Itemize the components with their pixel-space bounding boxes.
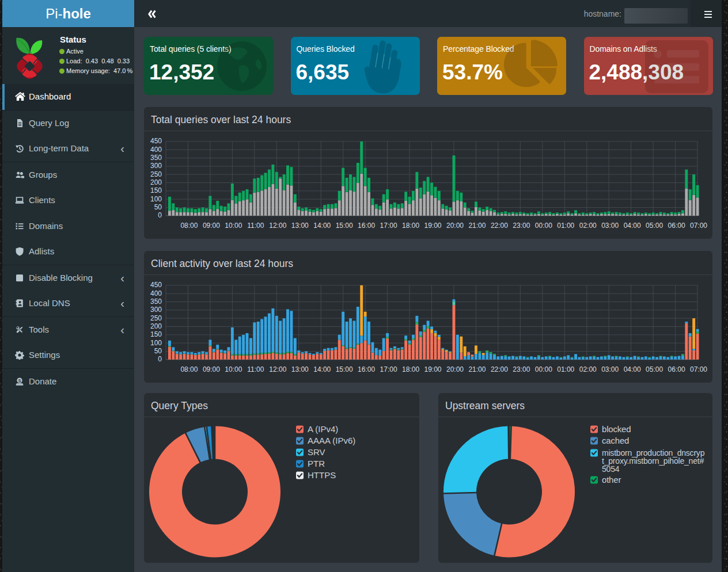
svg-text:05:00: 05:00	[646, 365, 663, 373]
svg-text:250: 250	[150, 314, 162, 322]
svg-text:450: 450	[150, 137, 162, 145]
svg-text:23:00: 23:00	[513, 222, 530, 230]
svg-text:01:00: 01:00	[557, 365, 574, 373]
svg-text:350: 350	[150, 298, 162, 306]
svg-text:PTR: PTR	[308, 459, 325, 468]
svg-text:350: 350	[150, 154, 162, 162]
svg-text:18:00: 18:00	[402, 365, 419, 373]
svg-text:10:00: 10:00	[225, 365, 242, 373]
svg-text:21:00: 21:00	[468, 222, 486, 230]
svg-text:21:00: 21:00	[468, 365, 486, 373]
svg-text:20:00: 20:00	[446, 222, 464, 230]
svg-text:06:00: 06:00	[668, 365, 685, 373]
svg-text:13:00: 13:00	[291, 365, 309, 373]
svg-text:15:00: 15:00	[336, 222, 353, 230]
svg-text:06:00: 06:00	[668, 222, 685, 230]
svg-text:15:00: 15:00	[336, 365, 353, 373]
svg-text:22:00: 22:00	[491, 222, 508, 230]
svg-text:00:00: 00:00	[535, 222, 552, 230]
svg-text:01:00: 01:00	[557, 222, 574, 230]
svg-text:450: 450	[150, 281, 162, 289]
svg-text:50: 50	[154, 203, 162, 211]
svg-text:20:00: 20:00	[446, 365, 464, 373]
svg-text:09:00: 09:00	[203, 222, 220, 230]
svg-text:11:00: 11:00	[247, 365, 264, 373]
svg-text:03:00: 03:00	[601, 222, 619, 230]
svg-text:22:00: 22:00	[491, 365, 508, 373]
svg-text:0: 0	[158, 211, 162, 219]
svg-text:08:00: 08:00	[180, 365, 198, 373]
svg-text:blocked: blocked	[602, 424, 631, 434]
svg-text:04:00: 04:00	[624, 222, 641, 230]
svg-text:other: other	[602, 475, 621, 485]
svg-text:11:00: 11:00	[247, 222, 264, 230]
svg-text:10:00: 10:00	[225, 222, 242, 230]
svg-text:12:00: 12:00	[269, 365, 286, 373]
svg-text:5054: 5054	[602, 464, 620, 474]
svg-text:S: S	[18, 377, 21, 383]
svg-text:HTTPS: HTTPS	[308, 470, 336, 480]
svg-text:cached: cached	[602, 436, 629, 445]
svg-text:0: 0	[158, 355, 162, 363]
svg-text:16:00: 16:00	[358, 365, 375, 373]
svg-text:16:00: 16:00	[358, 222, 375, 230]
svg-text:17:00: 17:00	[380, 222, 397, 230]
svg-text:00:00: 00:00	[535, 365, 552, 373]
svg-text:13:00: 13:00	[291, 222, 309, 230]
svg-text:07:00: 07:00	[690, 222, 707, 230]
svg-text:SRV: SRV	[308, 447, 325, 457]
svg-text:50: 50	[154, 347, 162, 355]
svg-text:04:00: 04:00	[624, 365, 641, 373]
svg-text:23:00: 23:00	[513, 365, 530, 373]
svg-text:12:00: 12:00	[269, 222, 286, 230]
svg-text:150: 150	[150, 330, 162, 338]
svg-text:100: 100	[150, 339, 162, 347]
svg-text:18:00: 18:00	[402, 222, 419, 230]
svg-text:19:00: 19:00	[424, 222, 442, 230]
svg-text:02:00: 02:00	[579, 222, 597, 230]
svg-text:300: 300	[150, 162, 162, 170]
svg-text:300: 300	[150, 306, 162, 314]
svg-text:100: 100	[150, 195, 162, 203]
svg-text:200: 200	[150, 322, 162, 330]
svg-text:AAAA (IPv6): AAAA (IPv6)	[308, 436, 355, 445]
svg-text:14:00: 14:00	[313, 365, 331, 373]
svg-text:200: 200	[150, 178, 162, 186]
svg-text:03:00: 03:00	[601, 365, 619, 373]
svg-text:17:00: 17:00	[380, 365, 397, 373]
svg-text:14:00: 14:00	[313, 222, 331, 230]
svg-text:150: 150	[150, 186, 162, 195]
svg-text:09:00: 09:00	[203, 365, 220, 373]
svg-text:05:00: 05:00	[646, 222, 663, 230]
svg-text:250: 250	[150, 170, 162, 178]
svg-text:A (IPv4): A (IPv4)	[308, 424, 338, 434]
svg-text:19:00: 19:00	[424, 365, 442, 373]
svg-text:400: 400	[150, 289, 162, 298]
svg-text:07:00: 07:00	[690, 365, 707, 373]
svg-text:08:00: 08:00	[180, 222, 198, 230]
svg-text:02:00: 02:00	[579, 365, 597, 373]
svg-text:400: 400	[150, 146, 162, 154]
